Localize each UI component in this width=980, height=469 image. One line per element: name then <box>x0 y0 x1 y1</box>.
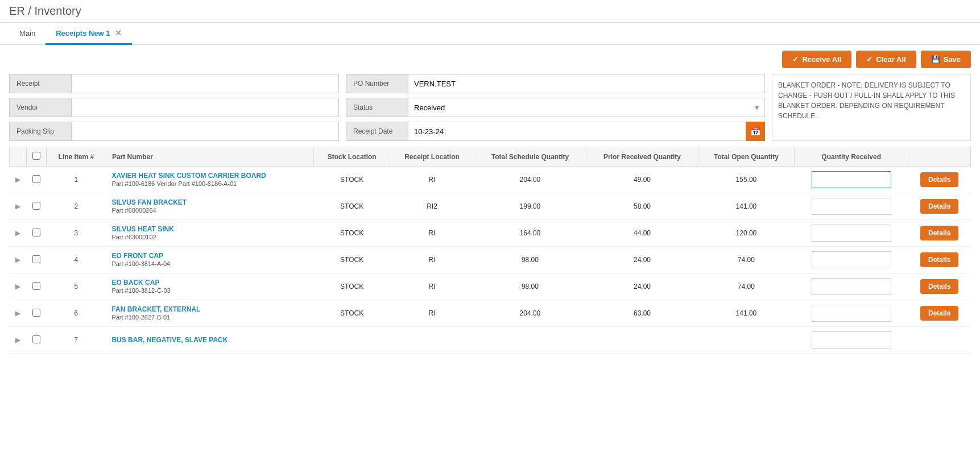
save-button[interactable]: 💾 Save <box>921 51 971 68</box>
part-name-link[interactable]: BUS BAR, NEGATIVE, SLAVE PACK <box>111 336 308 344</box>
part-name-link[interactable]: FAN BRACKET, EXTERNAL <box>111 305 308 313</box>
form-left: Receipt Vendor Packing Slip <box>9 74 339 141</box>
part-number: Part #100-2827-B-01 <box>111 314 170 321</box>
part-name-link[interactable]: XAVIER HEAT SINK CUSTOM CARRIER BOARD <box>111 172 308 180</box>
details-button[interactable]: Details <box>920 199 958 214</box>
row-checkbox[interactable] <box>32 309 40 317</box>
po-number-input[interactable] <box>408 74 765 93</box>
part-name-link[interactable]: SILVUS FAN BRACKET <box>111 198 308 206</box>
calendar-icon[interactable]: 📅 <box>746 122 765 141</box>
th-actions <box>908 147 971 167</box>
details-button[interactable]: Details <box>920 279 958 294</box>
total-open-qty: 141.00 <box>698 193 794 220</box>
packing-slip-input[interactable] <box>72 122 339 141</box>
details-button[interactable]: Details <box>920 306 958 321</box>
row-checkbox[interactable] <box>32 175 40 183</box>
part-name-link[interactable]: SILVUS HEAT SINK <box>111 225 308 233</box>
status-label: Status <box>346 98 408 117</box>
checkbox-cell <box>27 327 47 354</box>
part-name-link[interactable]: EO FRONT CAP <box>111 252 308 260</box>
qty-received-input[interactable] <box>812 198 891 215</box>
details-button[interactable]: Details <box>920 172 958 187</box>
table-row: ▶ 2 SILVUS FAN BRACKET Part #60000264 ST… <box>10 193 971 220</box>
line-number: 2 <box>47 193 106 220</box>
line-number: 1 <box>47 167 106 193</box>
stock-location: STOCK <box>314 167 390 193</box>
th-total-schedule-qty: Total Schedule Quantity <box>474 147 586 167</box>
details-cell: Details <box>908 247 971 273</box>
expand-icon[interactable]: ▶ <box>15 176 20 184</box>
expand-cell: ▶ <box>10 220 27 247</box>
qty-received-cell <box>794 300 908 327</box>
total-open-qty <box>698 327 794 354</box>
receipt-location: RI <box>390 273 474 300</box>
receipt-date-input[interactable] <box>408 122 765 141</box>
th-receipt-location: Receipt Location <box>390 147 474 167</box>
th-part-number: Part Number <box>106 147 313 167</box>
expand-icon[interactable]: ▶ <box>15 336 20 344</box>
part-number: Part #100-3812-C-03 <box>111 287 170 294</box>
row-checkbox[interactable] <box>32 229 40 236</box>
clear-all-button[interactable]: ✓ Clear All <box>856 51 916 68</box>
qty-received-input[interactable] <box>812 225 891 242</box>
details-button[interactable]: Details <box>920 252 958 267</box>
details-cell: Details <box>908 300 971 327</box>
stock-location: STOCK <box>314 247 390 273</box>
qty-received-input[interactable] <box>812 171 891 188</box>
expand-icon[interactable]: ▶ <box>15 256 20 264</box>
prior-received-qty: 49.00 <box>586 167 698 193</box>
table-row: ▶ 4 EO FRONT CAP Part #100-3814-A-04 STO… <box>10 247 971 273</box>
row-checkbox[interactable] <box>32 282 40 290</box>
expand-cell: ▶ <box>10 193 27 220</box>
expand-icon[interactable]: ▶ <box>15 283 20 290</box>
vendor-input[interactable] <box>72 98 339 117</box>
checkbox-cell <box>27 300 47 327</box>
tab-receipts-new1[interactable]: Receipts New 1 ✕ <box>46 23 131 45</box>
expand-icon[interactable]: ▶ <box>15 202 20 210</box>
receipt-location: RI2 <box>390 193 474 220</box>
line-number: 7 <box>47 327 106 354</box>
expand-icon[interactable]: ▶ <box>15 229 20 237</box>
receipt-row: Receipt <box>9 74 339 93</box>
th-line-item: Line Item # <box>47 147 106 167</box>
status-select[interactable]: Received Pending Cancelled <box>408 98 765 117</box>
part-number: Part #63000102 <box>111 234 156 240</box>
prior-received-qty: 24.00 <box>586 247 698 273</box>
close-tab-icon[interactable]: ✕ <box>115 28 122 38</box>
top-bar: ER / Inventory <box>0 0 980 23</box>
tab-bar: Main Receipts New 1 ✕ <box>0 23 980 45</box>
row-checkbox[interactable] <box>32 202 40 210</box>
line-items-table: Line Item # Part Number Stock Location R… <box>9 147 971 354</box>
expand-cell: ▶ <box>10 327 27 354</box>
table-row: ▶ 7 BUS BAR, NEGATIVE, SLAVE PACK <box>10 327 971 354</box>
total-open-qty: 120.00 <box>698 220 794 247</box>
qty-received-input[interactable] <box>812 278 891 295</box>
row-checkbox[interactable] <box>32 335 40 343</box>
table-row: ▶ 3 SILVUS HEAT SINK Part #63000102 STOC… <box>10 220 971 247</box>
th-qty-received: Quantity Received <box>794 147 908 167</box>
th-prior-received-qty: Prior Received Quantity <box>586 147 698 167</box>
th-checkbox <box>27 147 47 167</box>
qty-received-input[interactable] <box>812 305 891 322</box>
qty-received-input[interactable] <box>812 251 891 268</box>
part-name-link[interactable]: EO BACK CAP <box>111 279 308 287</box>
select-all-checkbox[interactable] <box>32 152 40 160</box>
vendor-part-number: Vendor Part #100-6186-A-01 <box>157 180 237 187</box>
receive-all-button[interactable]: ✓ Receive All <box>782 51 851 68</box>
vendor-label: Vendor <box>9 98 72 117</box>
row-checkbox[interactable] <box>32 255 40 263</box>
qty-received-cell <box>794 247 908 273</box>
part-number: Part #100-6186 <box>111 180 155 187</box>
part-info: SILVUS HEAT SINK Part #63000102 <box>106 220 313 247</box>
total-open-qty: 74.00 <box>698 273 794 300</box>
qty-received-input[interactable] <box>812 331 891 348</box>
line-number: 4 <box>47 247 106 273</box>
line-number: 6 <box>47 300 106 327</box>
details-button[interactable]: Details <box>920 226 958 240</box>
receipt-input[interactable] <box>72 74 339 93</box>
prior-received-qty: 24.00 <box>586 273 698 300</box>
expand-cell: ▶ <box>10 273 27 300</box>
expand-icon[interactable]: ▶ <box>15 309 20 317</box>
tab-main[interactable]: Main <box>9 23 46 45</box>
details-cell: Details <box>908 167 971 193</box>
